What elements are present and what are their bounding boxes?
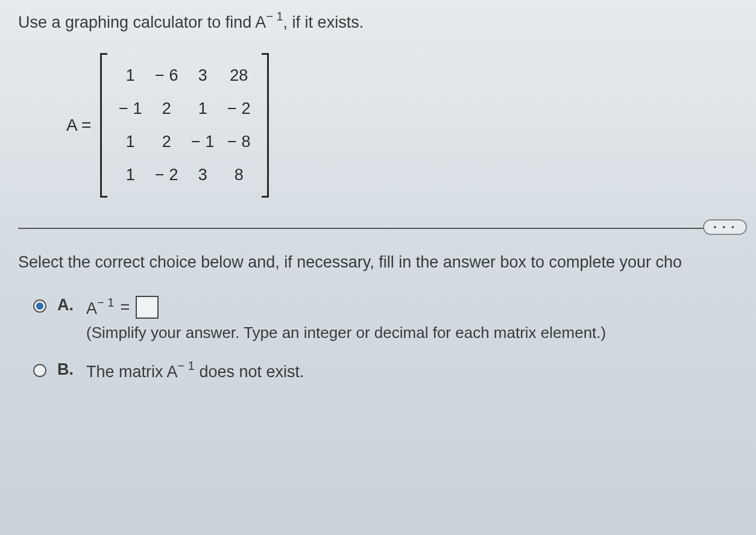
choice-b-exponent: − 1 xyxy=(178,359,195,372)
matrix-grid: 1 − 6 3 28 − 1 2 1 − 2 1 2 − 1 − 8 1 − 2… xyxy=(107,53,262,198)
choice-a-equals: = xyxy=(120,298,130,317)
matrix-wrapper: 1 − 6 3 28 − 1 2 1 − 2 1 2 − 1 − 8 1 − 2… xyxy=(100,53,269,198)
matrix-cell: − 2 xyxy=(221,92,257,125)
matrix-cell: 2 xyxy=(148,125,184,158)
question-prefix: Use a graphing calculator to find A xyxy=(18,13,266,31)
more-dots-button[interactable]: • • • xyxy=(703,219,747,235)
choice-b-row: B. The matrix A− 1 does not exist. xyxy=(33,360,738,381)
matrix-cell: 1 xyxy=(112,59,148,92)
choice-a-row: A. A− 1 = (Simplify your answer. Type an… xyxy=(33,296,738,342)
matrix-display: A = 1 − 6 3 28 − 1 2 1 − 2 1 2 − 1 − 8 1… xyxy=(66,53,738,198)
divider: • • • xyxy=(18,228,738,229)
question-exponent: − 1 xyxy=(266,10,283,23)
matrix-cell: − 8 xyxy=(221,125,257,158)
instruction-text: Select the correct choice below and, if … xyxy=(18,253,738,272)
choice-b-text-prefix: The matrix A xyxy=(86,363,178,381)
matrix-cell: − 2 xyxy=(148,158,184,192)
matrix-cell: 3 xyxy=(184,158,221,192)
bracket-right xyxy=(262,53,269,198)
matrix-cell: 28 xyxy=(221,59,257,92)
matrix-cell: 3 xyxy=(184,59,221,92)
choice-a-expression: A− 1 = xyxy=(86,296,606,319)
radio-choice-b[interactable] xyxy=(33,364,46,377)
answer-input-box[interactable] xyxy=(136,296,159,319)
matrix-cell: 1 xyxy=(184,92,221,125)
matrix-cell: − 6 xyxy=(148,59,184,92)
choice-a-base: A− 1 xyxy=(86,297,114,318)
question-suffix: , if it exists. xyxy=(283,13,364,31)
bracket-left xyxy=(100,53,107,198)
matrix-cell: 8 xyxy=(221,158,257,192)
matrix-cell: 2 xyxy=(148,92,184,125)
choice-b-text-suffix: does not exist. xyxy=(195,363,304,381)
choice-a-letter: A. xyxy=(57,296,75,314)
choice-b-letter: B. xyxy=(57,360,75,379)
radio-choice-a[interactable] xyxy=(33,299,46,313)
question-prompt: Use a graphing calculator to find A− 1, … xyxy=(18,11,738,32)
divider-line xyxy=(18,228,738,229)
matrix-label: A = xyxy=(66,116,91,135)
choice-a-content: A− 1 = (Simplify your answer. Type an in… xyxy=(86,296,606,342)
choice-a-hint: (Simplify your answer. Type an integer o… xyxy=(86,324,606,342)
matrix-cell: 1 xyxy=(112,158,148,192)
matrix-cell: 1 xyxy=(112,125,148,158)
matrix-cell: − 1 xyxy=(112,92,148,125)
choice-b-content: The matrix A− 1 does not exist. xyxy=(86,360,304,381)
matrix-cell: − 1 xyxy=(184,125,221,158)
